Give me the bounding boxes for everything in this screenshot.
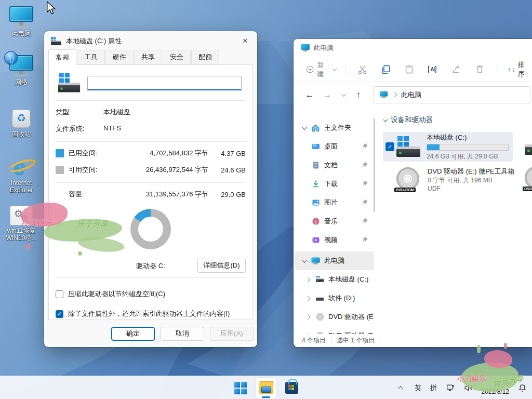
sort-arrows-icon: ↑ [508,65,511,73]
sidebar-item-drive-d[interactable]: 软件 (D:) [294,289,376,308]
compress-checkbox[interactable] [56,290,63,298]
network-icon [8,55,34,77]
explorer-titlebar[interactable]: 此电脑 [294,39,532,57]
paste-icon [404,64,414,74]
mouse-cursor [46,1,57,15]
desktop-icon-label: win11恢复 WIN10经... [6,227,37,242]
sidebar-item-drive-c[interactable]: 本地磁盘 (C:) [294,270,376,289]
hdd-icon [396,136,420,158]
tab-general[interactable]: 常规 [48,49,76,65]
desktop-icon-internet-explorer[interactable]: e Internet Explorer [1,154,42,194]
cut-button[interactable] [357,64,367,75]
plus-circle-icon [306,65,314,74]
desktop-icon-label: 回收站 [12,130,31,138]
this-pc-icon [301,44,310,52]
delete-button[interactable] [475,64,485,75]
this-pc-icon [8,6,34,28]
index-checkbox[interactable]: ✓ [56,310,63,318]
ok-button[interactable]: 确定 [111,327,155,341]
forward-button[interactable]: → [318,90,336,100]
sidebar-item-home[interactable]: 主文件夹 [294,118,376,137]
sort-button[interactable]: ↑↓ 排序 [508,60,529,79]
up-button[interactable]: ↑ [350,90,367,100]
close-button[interactable]: × [233,31,257,51]
cancel-button[interactable]: 取消 [161,327,204,341]
pin-icon [362,199,368,206]
capacity-size: 29.0 GB [208,191,246,198]
back-button[interactable]: ← [301,90,318,100]
disk-usage-donut-chart [130,209,171,249]
explorer-statusbar: 4 个项目 选中 1 个项目 [294,334,532,347]
home-icon [311,124,320,132]
dialog-titlebar[interactable]: 本地磁盘 (C:) 属性 × [44,31,257,51]
time: 14:55 [482,380,509,388]
desktop-icon-network[interactable]: 网络 [1,55,42,86]
volume-label-input[interactable] [87,76,242,90]
sidebar-item-downloads[interactable]: 下载 [294,175,376,193]
pin-icon [362,162,368,168]
pin-icon [362,218,368,224]
sidebar-scrollbar[interactable] [374,118,375,212]
tab-quota[interactable]: 配额 [191,50,219,64]
used-space-size: 4.37 GB [208,150,246,157]
share-button[interactable] [451,64,461,75]
apply-button[interactable]: 应用(A) [210,327,254,341]
rename-icon: A [428,64,438,74]
sidebar-item-music[interactable]: ♪ 音乐 [294,212,376,231]
address-bar[interactable]: 此电脑 [374,86,530,103]
details-button[interactable]: 详细信息(D) [197,258,246,273]
pin-icon [362,143,368,150]
compress-checkbox-row[interactable]: 压缩此驱动器以节约磁盘空间(C) [49,284,252,304]
item-checkbox[interactable]: ✓ [385,142,394,151]
dvd-e-item[interactable]: DVD-ROM DVD 驱动器 (E:) 微PE工具箱 0 字节 可用, 共 1… [383,167,532,193]
desktop-icon-win11-restore[interactable]: ⚙⚙ win11恢复 WIN10经... [1,206,42,242]
hdd-icon [58,73,80,94]
sidebar-item-videos[interactable]: 视频 [294,231,376,249]
sidebar-item-pictures[interactable]: 图片 [294,193,376,212]
windows-logo-icon [234,382,247,394]
partial-dvd-item[interactable]: DVD-ROM [525,166,532,191]
drive-name: 本地磁盘 (C:) [427,133,509,142]
input-language-en[interactable]: 英 [415,383,422,393]
scissors-icon [357,64,367,74]
tab-sharing[interactable]: 共享 [134,50,162,64]
tab-tools[interactable]: 工具 [77,50,105,64]
used-space-label: 已用空间: [69,149,113,158]
chevron-right-icon [392,92,397,98]
compress-checkbox-label: 压缩此驱动器以节约磁盘空间(C) [68,289,165,299]
new-button[interactable]: 新建 [302,57,340,82]
taskbar-file-explorer[interactable] [256,378,276,398]
sidebar-item-desktop[interactable]: 桌面 [294,137,376,156]
drive-c-item[interactable]: ✓ 本地磁盘 (C:) 24.6 GB 可用, 共 29.0 GB [383,132,513,162]
sidebar-item-dvd-e[interactable]: DVD 驱动器 (E [294,308,376,326]
rename-button[interactable]: A [428,64,438,75]
explorer-content: 设备和驱动器 ✓ 本地磁盘 (C:) 24.6 GB 可用, 共 29.0 GB… [376,108,532,334]
recent-locations-button[interactable] [336,93,350,97]
network-icon[interactable] [446,383,455,392]
status-selected-count: 选中 1 个项目 [337,336,375,345]
sidebar-item-documents[interactable]: 文档 [294,156,376,175]
dialog-title: 本地磁盘 (C:) 属性 [66,36,122,46]
taskbar-microsoft-store[interactable] [281,378,302,398]
sidebar-item-dvd-f[interactable]: DVD 驱动器 (F [294,326,376,334]
clock[interactable]: 14:55 2022/8/12 [482,380,509,396]
desktop-icon-recycle-bin[interactable]: ♻ 回收站 [1,106,42,138]
capacity-bytes: 31,139,557,376 字节 [113,190,208,199]
volume-icon[interactable] [464,383,473,392]
tab-security[interactable]: 安全 [163,50,191,64]
breadcrumb[interactable]: 此电脑 [401,90,421,100]
copy-button[interactable] [381,64,391,75]
file-explorer-icon [259,382,273,394]
start-button[interactable] [230,378,251,398]
paste-button[interactable] [404,64,414,75]
tab-hardware[interactable]: 硬件 [105,50,134,64]
input-method-pinyin[interactable]: 拼 [430,383,437,393]
hidden-icons-button[interactable] [397,383,406,392]
desktop-icon-label: 网络 [15,78,28,86]
partial-drive-item[interactable] [525,134,532,156]
group-header-devices[interactable]: 设备和驱动器 [383,115,532,125]
disk-properties-dialog: 本地磁盘 (C:) 属性 × 常规 工具 硬件 共享 安全 配额 类型: 本地磁… [44,31,257,347]
desktop-icon-this-pc[interactable]: 此电脑 [1,6,42,37]
notification-bell-icon[interactable] [518,383,527,392]
sidebar-item-this-pc[interactable]: 此电脑 [295,251,374,270]
